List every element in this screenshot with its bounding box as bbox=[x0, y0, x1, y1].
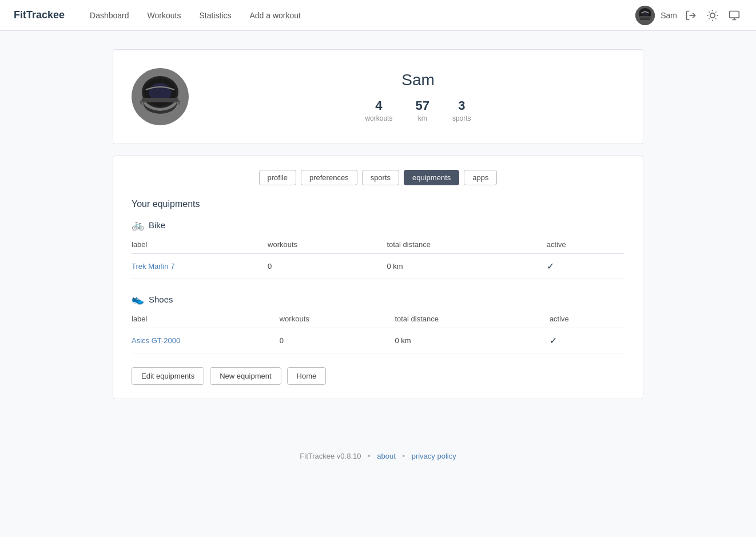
bike-col-active: active bbox=[535, 236, 624, 254]
bike-item-link[interactable]: Trek Marlin 7 bbox=[132, 262, 174, 271]
footer-dot-1: • bbox=[368, 452, 371, 460]
shoes-item-distance: 0 km bbox=[383, 328, 538, 353]
shoes-table-header: label workouts total distance active bbox=[132, 310, 624, 328]
bike-item-active: ✓ bbox=[535, 254, 624, 279]
theme-toggle-button[interactable] bbox=[705, 7, 721, 23]
bike-category-header: 🚲 Bike bbox=[132, 218, 624, 231]
shoes-item-label: Asics GT-2000 bbox=[132, 328, 268, 353]
navbar-right: Sam bbox=[635, 6, 742, 25]
profile-name: Sam bbox=[212, 71, 624, 89]
shoes-col-workouts: workouts bbox=[268, 310, 384, 328]
svg-rect-21 bbox=[142, 98, 178, 102]
bike-item-label: Trek Marlin 7 bbox=[132, 254, 256, 279]
svg-rect-5 bbox=[639, 16, 651, 18]
navbar: FitTrackee Dashboard Workouts Statistics… bbox=[0, 0, 756, 31]
shoes-item-active: ✓ bbox=[538, 328, 624, 353]
footer: FitTrackee v0.8.10 • about • privacy pol… bbox=[0, 440, 756, 472]
bike-item-distance: 0 km bbox=[375, 254, 535, 279]
footer-dot-2: • bbox=[402, 452, 405, 460]
tab-profile[interactable]: profile bbox=[259, 170, 296, 185]
stat-workouts: 4 workouts bbox=[365, 98, 392, 122]
shoes-item-workouts: 0 bbox=[268, 328, 384, 353]
bike-col-workouts: workouts bbox=[256, 236, 375, 254]
footer-brand: FitTrackee bbox=[300, 452, 335, 460]
tab-preferences[interactable]: preferences bbox=[301, 170, 357, 185]
checkmark-icon: ✓ bbox=[550, 336, 557, 345]
stat-sports: 3 sports bbox=[452, 98, 471, 122]
table-row: Asics GT-2000 0 0 km ✓ bbox=[132, 328, 624, 353]
footer-about-link[interactable]: about bbox=[377, 452, 396, 460]
profile-info: Sam 4 workouts 57 km 3 sports bbox=[212, 71, 624, 122]
bike-icon: 🚲 bbox=[132, 218, 144, 231]
profile-card: Sam 4 workouts 57 km 3 sports bbox=[113, 49, 643, 144]
navbar-username: Sam bbox=[660, 11, 677, 20]
svg-line-11 bbox=[715, 18, 716, 19]
stat-sports-label: sports bbox=[452, 114, 471, 122]
new-equipment-button[interactable]: New equipment bbox=[210, 367, 281, 385]
shoes-table: label workouts total distance active Asi… bbox=[132, 310, 624, 353]
nav-workouts[interactable]: Workouts bbox=[138, 0, 190, 31]
home-button[interactable]: Home bbox=[287, 367, 327, 385]
tabs-card: profile preferences sports equipments ap… bbox=[113, 156, 643, 399]
stat-workouts-value: 4 bbox=[365, 98, 392, 113]
bike-category-label: Bike bbox=[149, 220, 165, 230]
nav-statistics[interactable]: Statistics bbox=[190, 0, 240, 31]
bike-item-workouts: 0 bbox=[256, 254, 375, 279]
footer-version: v0.8.10 bbox=[337, 452, 361, 460]
tab-equipments[interactable]: equipments bbox=[404, 170, 459, 185]
avatar-image bbox=[635, 6, 655, 25]
svg-point-7 bbox=[710, 13, 715, 17]
section-title: Your equipments bbox=[132, 199, 624, 209]
stat-workouts-label: workouts bbox=[365, 114, 392, 122]
svg-line-14 bbox=[709, 18, 710, 19]
svg-line-15 bbox=[715, 11, 716, 12]
main-content: Sam 4 workouts 57 km 3 sports profile pr bbox=[104, 31, 652, 417]
checkmark-icon: ✓ bbox=[547, 261, 554, 271]
nav-links: Dashboard Workouts Statistics Add a work… bbox=[81, 0, 635, 31]
bike-col-distance: total distance bbox=[375, 236, 535, 254]
nav-add-workout[interactable]: Add a workout bbox=[240, 0, 310, 31]
avatar[interactable] bbox=[635, 6, 655, 25]
tab-sports[interactable]: sports bbox=[362, 170, 399, 185]
stat-km: 57 km bbox=[415, 98, 429, 122]
shoes-category-label: Shoes bbox=[149, 295, 173, 304]
bike-col-label: label bbox=[132, 236, 256, 254]
table-row: Trek Marlin 7 0 0 km ✓ bbox=[132, 254, 624, 279]
nav-dashboard[interactable]: Dashboard bbox=[81, 0, 138, 31]
shoes-col-active: active bbox=[538, 310, 624, 328]
tab-apps[interactable]: apps bbox=[464, 170, 497, 185]
profile-stats: 4 workouts 57 km 3 sports bbox=[212, 98, 624, 122]
tabs-nav: profile preferences sports equipments ap… bbox=[132, 170, 624, 185]
edit-equipments-button[interactable]: Edit equipments bbox=[132, 367, 204, 385]
logout-button[interactable] bbox=[683, 7, 699, 23]
shoes-section: 👟 Shoes label workouts total distance ac… bbox=[132, 293, 624, 353]
brand-logo[interactable]: FitTrackee bbox=[14, 9, 65, 21]
shoes-item-link[interactable]: Asics GT-2000 bbox=[132, 336, 180, 345]
svg-rect-16 bbox=[730, 11, 739, 18]
profile-avatar bbox=[132, 68, 189, 125]
shoes-icon: 👟 bbox=[132, 293, 144, 305]
stat-km-value: 57 bbox=[415, 98, 429, 113]
action-buttons: Edit equipments New equipment Home bbox=[132, 367, 624, 385]
bike-section: 🚲 Bike label workouts total distance act… bbox=[132, 218, 624, 279]
bike-table: label workouts total distance active Tre… bbox=[132, 236, 624, 279]
shoes-col-distance: total distance bbox=[383, 310, 538, 328]
svg-line-10 bbox=[709, 11, 710, 12]
shoes-category-header: 👟 Shoes bbox=[132, 293, 624, 305]
shoes-col-label: label bbox=[132, 310, 268, 328]
bike-table-header: label workouts total distance active bbox=[132, 236, 624, 254]
stat-sports-value: 3 bbox=[452, 98, 471, 113]
footer-privacy-link[interactable]: privacy policy bbox=[412, 452, 456, 460]
language-button[interactable] bbox=[726, 7, 742, 23]
stat-km-label: km bbox=[415, 114, 429, 122]
